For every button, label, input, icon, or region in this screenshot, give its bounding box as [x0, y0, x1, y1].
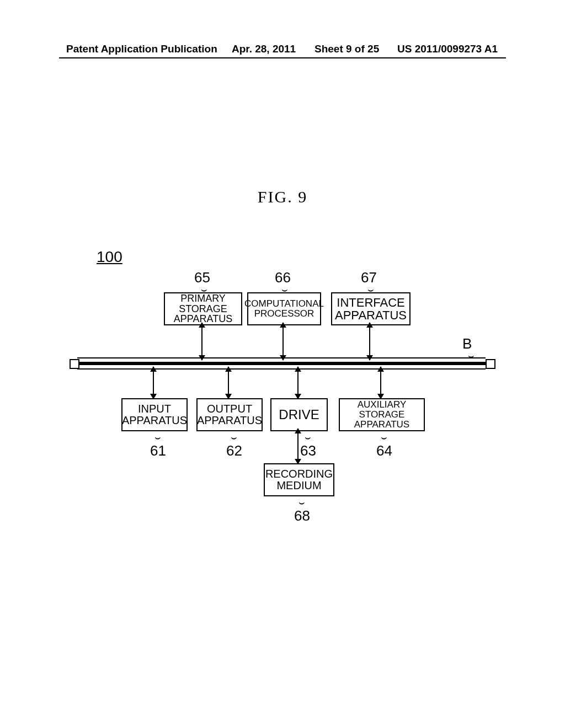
block-input-apparatus: INPUT APPARATUS [121, 398, 188, 431]
block-label: RECORDING [265, 468, 333, 480]
block-label: INTERFACE [337, 296, 404, 309]
block-recording-medium: RECORDING MEDIUM [264, 463, 334, 496]
bus-terminator-icon [70, 359, 79, 369]
header-sheet: Sheet 9 of 25 [315, 43, 379, 55]
arrow-icon [282, 326, 284, 356]
arrow-icon [369, 326, 370, 356]
block-label: PROCESSOR [254, 309, 315, 319]
block-label: DRIVE [279, 408, 319, 421]
block-label: APPARATUS [335, 309, 407, 322]
ref-63: 63 [300, 442, 316, 459]
ref-hook-icon: ⌣ [468, 348, 475, 363]
arrow-icon [297, 432, 299, 460]
block-label: MEDIUM [276, 480, 321, 491]
arrow-icon [380, 371, 381, 395]
block-label: PRIMARY STORAGE [165, 293, 241, 314]
block-label: APPARATUS [122, 415, 187, 426]
header-date: Apr. 28, 2011 [232, 43, 296, 55]
block-interface-apparatus: INTERFACE APPARATUS [331, 292, 411, 325]
ref-64: 64 [376, 442, 392, 459]
bus-terminator-icon [486, 359, 495, 369]
block-label: APPARATUS [197, 415, 262, 426]
block-primary-storage: PRIMARY STORAGE APPARATUS [164, 292, 242, 325]
ref-61: 61 [150, 442, 166, 459]
block-label: INPUT [138, 403, 171, 415]
ref-62: 62 [226, 442, 242, 459]
arrow-icon [297, 371, 299, 395]
arrow-icon [201, 326, 202, 356]
bus-line [77, 357, 486, 358]
header-code: US 2011/0099273 A1 [397, 43, 498, 55]
block-output-apparatus: OUTPUT APPARATUS [196, 398, 263, 431]
arrow-icon [153, 371, 154, 395]
block-label: APPARATUS [354, 420, 409, 430]
block-drive: DRIVE [270, 398, 328, 431]
block-label: AUXILIARY STORAGE [340, 400, 424, 420]
block-auxiliary-storage: AUXILIARY STORAGE APPARATUS [339, 398, 425, 431]
block-label: COMPUTATIONAL [244, 299, 324, 309]
block-label: OUTPUT [207, 403, 252, 415]
arrow-icon [228, 371, 229, 395]
block-diagram: 65 ⌣ 66 ⌣ 67 ⌣ PRIMARY STORAGE APPARATUS… [66, 243, 497, 518]
bus-line [77, 362, 486, 365]
bus-line [77, 368, 486, 370]
ref-68: 68 [294, 507, 310, 524]
header-pub: Patent Application Publication [66, 43, 217, 55]
header-rule [59, 57, 506, 58]
block-computational-processor: COMPUTATIONAL PROCESSOR [247, 292, 321, 325]
figure-title: FIG. 9 [0, 188, 565, 206]
